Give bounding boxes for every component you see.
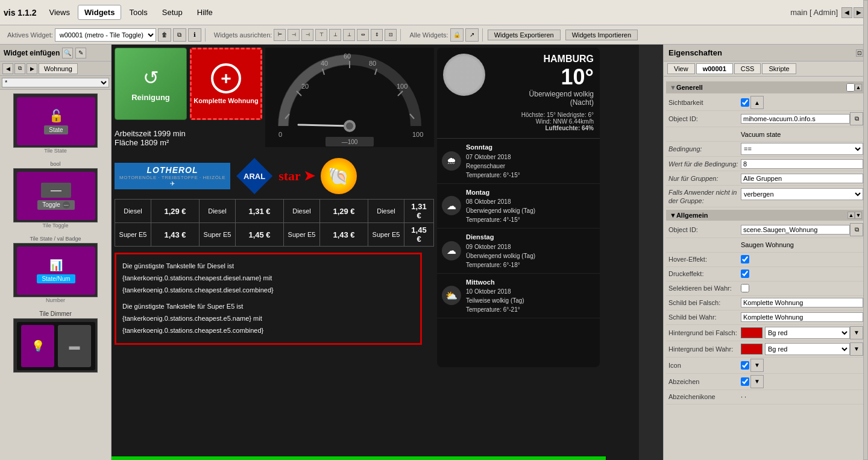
align-center-h-btn[interactable]: ⊣: [288, 29, 300, 41]
filter-icon: ▼: [670, 84, 676, 91]
allgemein-objectid-btn[interactable]: ⧉: [850, 223, 863, 236]
sidebar-widget-statenum[interactable]: Tile State / val Badge 📊 State/Num Numbe…: [2, 236, 108, 303]
dist-h-btn[interactable]: ⇔: [357, 29, 369, 41]
icon-checkbox[interactable]: [741, 361, 749, 370]
falls-select[interactable]: verbergenanzeigen: [741, 188, 863, 200]
sidebar-nav-right[interactable]: ▶: [27, 63, 37, 74]
tab-css[interactable]: CSS: [734, 63, 761, 74]
nurgruppen-input[interactable]: [741, 174, 863, 183]
hintergrund-falsch-swatch[interactable]: [741, 327, 763, 338]
objectid-input[interactable]: [741, 114, 850, 124]
allgemein-objectid-input[interactable]: [741, 225, 850, 235]
delete-widget-btn[interactable]: 🗑: [158, 28, 171, 42]
forecast-row-dienstag: ☁ Dienstag 09 Oktober 2018 Überwiegend w…: [437, 228, 600, 274]
gas-diesel-row: Diesel 1,29 € Diesel 1,31 € Diesel 1,29 …: [115, 200, 434, 223]
align-top-btn[interactable]: ⊤: [315, 29, 327, 41]
all-widgets-label: Alle Widgets:: [409, 31, 448, 39]
sidebar-widget-tile-toggle[interactable]: bool — Toggle — Tile Toggle: [2, 161, 108, 228]
svg-text:0: 0: [278, 131, 282, 138]
menu-hilfe[interactable]: Hilfe: [190, 5, 219, 20]
objectid-btn[interactable]: ⧉: [850, 112, 863, 125]
align-right-btn[interactable]: ⊣: [301, 29, 313, 41]
wert-row: Wert für die Bedingung:: [666, 157, 866, 171]
props-title: Eigenschaften: [668, 48, 722, 57]
export-view-btn[interactable]: ↗: [465, 28, 479, 42]
sidebar-nav-copy[interactable]: ⧉: [14, 63, 25, 74]
speedometer-svg: 0 20 40 60 80 100 100 —100: [265, 48, 434, 147]
hover-checkbox[interactable]: [741, 255, 749, 263]
import-widgets-btn[interactable]: Widgets Importieren: [565, 30, 638, 40]
menu-tools[interactable]: Tools: [122, 5, 154, 20]
sidebar-settings-btn[interactable]: ✎: [75, 48, 86, 58]
props-expand-btn[interactable]: ⊡: [856, 49, 863, 57]
tab-w00001[interactable]: w00001: [696, 63, 733, 74]
hintergrund-wahr-dropdown[interactable]: ▼: [850, 342, 863, 356]
section-generell-checkbox[interactable]: [846, 83, 855, 92]
bedingung-row: Bedingung: ==!=<>: [666, 142, 866, 157]
tile-komplette-wohnung[interactable]: + Komplette Wohnung: [190, 48, 262, 120]
tab-skripte[interactable]: Skripte: [762, 63, 796, 74]
flaeche-label: Fläche 1809 m²: [115, 138, 186, 147]
druck-checkbox[interactable]: [741, 269, 749, 278]
hintergrund-wahr-select[interactable]: Bg red: [765, 343, 850, 355]
sidebar-widget-tile-state-preview: 🔓 State: [13, 93, 98, 148]
menu-widgets[interactable]: Widgets: [78, 5, 121, 20]
select-wahr-checkbox[interactable]: [741, 284, 749, 292]
menu-setup[interactable]: Setup: [156, 5, 189, 20]
sidebar-widget-dimmer-toplabel: Tile Dimmer: [2, 310, 108, 317]
hintergrund-falsch-dropdown[interactable]: ▼: [850, 326, 863, 339]
schild-wahr-input[interactable]: [741, 312, 863, 322]
nav-left[interactable]: ◀: [841, 7, 852, 18]
lock-btn[interactable]: 🔒: [450, 28, 464, 42]
gas-station-area: LOTHEROL MOTORENÖLE · TREIBSTOFFE · HEIZ…: [115, 153, 434, 345]
sidebar-widget-dimmer[interactable]: Tile Dimmer 💡 ▬: [2, 310, 108, 373]
section-generell-header[interactable]: ▼ Generell ▲: [666, 81, 866, 93]
forecast-row-sonntag: 🌧 Sonntag 07 Oktober 2018 Regenschauer T…: [437, 139, 600, 184]
section-allgemein-header[interactable]: ▼ Allgemein ▲ ▼: [666, 210, 866, 221]
sidebar-search-btn[interactable]: 🔍: [62, 48, 73, 58]
canvas: ↺ Reinigung + Komplette Wohnung: [112, 45, 639, 460]
objectid-sub-value: Vacuum state: [741, 131, 863, 138]
sidebar-nav: ◀ ⧉ ▶ Wohnung: [0, 61, 111, 76]
sidebar-widget-statenum-toplabel: Tile State / val Badge: [2, 236, 108, 242]
align-center-v-btn[interactable]: ⊥: [329, 29, 341, 41]
align-bottom-btn[interactable]: ⊥: [343, 29, 355, 41]
sidebar-nav-left[interactable]: ◀: [2, 63, 13, 74]
komplette-icon: +: [211, 63, 241, 93]
price-diesel-3: 1,29 €: [320, 200, 368, 223]
hintergrund-falsch-label: Hintergrund bei Falsch:: [668, 329, 741, 336]
sichtbarkeit-checkbox[interactable]: [741, 98, 749, 107]
tile-reinigung[interactable]: ↺ Reinigung: [115, 48, 187, 120]
bedingung-select[interactable]: ==!=<>: [741, 143, 863, 155]
canvas-area[interactable]: ↺ Reinigung + Komplette Wohnung: [112, 45, 663, 460]
allgemein-objectid-row: Object ID: ⧉: [666, 222, 866, 238]
schild-falsch-input[interactable]: [741, 298, 863, 307]
section-generell-scroll-up[interactable]: ▲: [855, 84, 862, 91]
copy-widget-btn[interactable]: ⧉: [173, 28, 186, 42]
menu-views[interactable]: Views: [43, 5, 77, 20]
abzeichen-expand-btn[interactable]: ▼: [750, 375, 764, 388]
align-left-btn[interactable]: ⊢: [274, 29, 286, 41]
hintergrund-falsch-select[interactable]: Bg red: [765, 327, 850, 339]
export-widgets-btn[interactable]: Widgets Exportieren: [488, 30, 561, 40]
nurgruppen-row: Nur für Gruppen:: [666, 171, 866, 186]
wert-input[interactable]: [741, 159, 863, 169]
price-diesel-4: 1,31 €: [404, 200, 434, 223]
section-allgemein-scroll-down[interactable]: ▼: [855, 212, 862, 219]
sidebar-widget-tile-state[interactable]: 🔓 State Tile State: [2, 93, 108, 154]
tab-view[interactable]: View: [667, 63, 695, 74]
sidebar-filter-select[interactable]: *: [2, 78, 109, 87]
icon-expand-btn[interactable]: ▼: [750, 359, 764, 372]
active-widget-select[interactable]: w00001 (metro - Tile Toggle): [55, 28, 156, 42]
abzeichen-checkbox[interactable]: [741, 377, 749, 386]
sichtbarkeit-scroll-btn[interactable]: ▲: [750, 96, 764, 109]
hintergrund-wahr-swatch[interactable]: [741, 344, 763, 354]
app-title: vis 1.1.2: [4, 8, 37, 17]
sidebar-tab[interactable]: Wohnung: [39, 63, 78, 74]
dist-v-btn[interactable]: ⇕: [371, 29, 383, 41]
section-allgemein-scroll-up[interactable]: ▲: [848, 212, 855, 219]
same-size-btn[interactable]: ⊡: [385, 29, 397, 41]
gas-logos-row: LOTHEROL MOTORENÖLE · TREIBSTOFFE · HEIZ…: [115, 153, 434, 199]
allgemein-objectid-label: Object ID:: [668, 226, 741, 233]
info-widget-btn[interactable]: ℹ: [188, 28, 201, 42]
